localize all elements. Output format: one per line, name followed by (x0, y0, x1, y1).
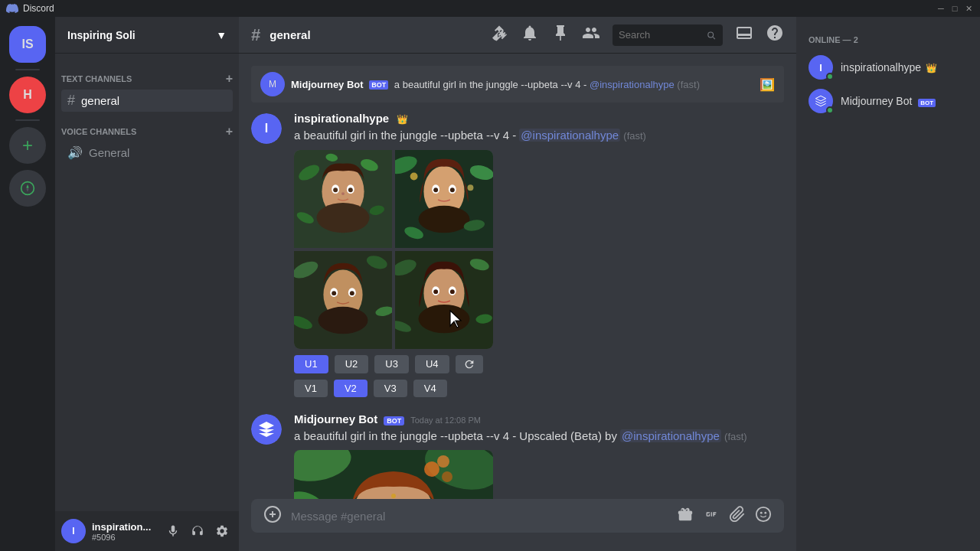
server-sidebar: IS H + (0, 17, 55, 551)
msg-mention-1[interactable]: @inspirationalhype (519, 129, 620, 142)
minimize-button[interactable]: ─ (936, 3, 946, 14)
svg-point-28 (410, 172, 418, 180)
grid-image-4[interactable] (395, 251, 493, 349)
add-person-icon[interactable]: 👤 (201, 95, 214, 107)
msg-author-1[interactable]: inspirationalhype (294, 112, 389, 125)
server-header[interactable]: Inspiring Soli ▼ (55, 17, 239, 54)
online-members-category: ONLINE — 2 (802, 29, 974, 47)
mute-button[interactable] (162, 520, 184, 542)
voice-channels-label: VOICE CHANNELS (61, 127, 136, 136)
channel-sidebar: Inspiring Soli ▼ TEXT CHANNELS + # gener… (55, 17, 239, 551)
member-status-online-1 (826, 73, 834, 80)
titlebar-left: Discord (6, 2, 54, 15)
server-icon-H[interactable]: H (9, 77, 46, 113)
headphones-icon (191, 524, 204, 538)
svg-point-5 (317, 203, 370, 233)
svg-point-59 (424, 461, 439, 477)
help-icon[interactable] (766, 24, 784, 46)
v3-button[interactable]: V3 (374, 380, 407, 397)
thread-icon[interactable] (490, 24, 508, 46)
msg-mention-2[interactable]: @inspirationalhype (620, 429, 721, 442)
emoji-icon[interactable] (755, 506, 772, 527)
member-avatar-2 (808, 89, 833, 113)
explore-button[interactable] (9, 170, 46, 207)
grid-image-3[interactable] (294, 251, 392, 349)
member-item-inspirationalhype[interactable]: I inspirationalhype 👑 (802, 51, 974, 84)
members-sidebar: ONLINE — 2 I inspirationalhype 👑 Midjour… (796, 17, 980, 551)
u4-button[interactable]: U4 (415, 355, 449, 373)
u1-button[interactable]: U1 (294, 355, 328, 373)
v1-button[interactable]: V1 (294, 380, 328, 397)
msg-content-1: inspirationalhype 👑 a beautiful girl in … (294, 112, 784, 397)
maximize-button[interactable]: □ (949, 3, 960, 14)
msg-header-1: inspirationalhype 👑 (294, 112, 784, 125)
settings-button[interactable] (211, 520, 233, 542)
gif-icon[interactable] (703, 506, 720, 527)
microphone-icon (166, 524, 180, 538)
notification-tag: (fast) (677, 79, 700, 90)
v2-button[interactable]: V2 (334, 380, 368, 397)
grid-image-1[interactable] (294, 150, 392, 248)
msg-author-2[interactable]: Midjourney Bot (294, 412, 377, 425)
user-area: I inspiration... #5096 (55, 511, 239, 551)
close-button[interactable]: ✕ (963, 3, 974, 14)
settings-icon[interactable]: ⚙ (217, 95, 227, 107)
user-avatar: I (61, 519, 86, 543)
message-input-area (239, 499, 796, 551)
svg-point-48 (450, 289, 455, 294)
midjourney-avatar-icon (257, 420, 276, 439)
refresh-button[interactable] (456, 355, 483, 373)
svg-point-79 (764, 511, 766, 514)
svg-point-61 (442, 471, 452, 482)
u3-button[interactable]: U3 (374, 355, 409, 373)
grid-image-2[interactable] (395, 150, 493, 248)
msg-header-2: Midjourney Bot BOT Today at 12:08 PM (294, 412, 784, 425)
main-content: # general (239, 17, 796, 551)
text-channels-category[interactable]: TEXT CHANNELS + (55, 60, 239, 89)
image-grid[interactable] (294, 150, 493, 349)
msg-avatar-1: I (251, 113, 282, 144)
voice-channel-general[interactable]: 🔊 General (61, 142, 233, 163)
msg-tag-2: (fast) (724, 431, 747, 442)
gift-icon[interactable] (677, 506, 694, 527)
image-icon: 🖼️ (760, 77, 775, 92)
discord-logo-icon (6, 2, 18, 15)
image-grid-wrapper (294, 144, 493, 349)
server-icon-IS[interactable]: IS (9, 26, 46, 63)
v4-button[interactable]: V4 (413, 380, 447, 397)
svg-point-29 (468, 184, 474, 191)
notification-avatar: M (260, 72, 285, 96)
message-group-1: I inspirationalhype 👑 a beautiful girl i… (239, 109, 796, 400)
search-input[interactable] (619, 29, 701, 41)
notification-icon[interactable] (521, 24, 539, 46)
deafen-button[interactable] (187, 520, 208, 542)
add-voice-channel-icon[interactable]: + (226, 125, 233, 139)
refresh-icon (463, 358, 475, 370)
channel-item-general[interactable]: # general 👤 ⚙ (61, 90, 233, 112)
inbox-icon[interactable] (735, 24, 753, 46)
msg-text-1: a beautiful girl in the junggle --upbeta… (294, 128, 784, 144)
message-group-2: Midjourney Bot BOT Today at 12:08 PM a b… (239, 409, 796, 499)
message-text-input[interactable] (291, 502, 668, 530)
u2-button[interactable]: U2 (335, 355, 369, 373)
member-item-midjourney-bot[interactable]: Midjourney Bot BOT (802, 84, 974, 118)
member-crown-icon: 👑 (926, 63, 937, 73)
svg-point-18 (419, 205, 470, 232)
search-bar[interactable] (612, 24, 723, 46)
pin-icon[interactable] (551, 24, 570, 46)
single-image[interactable] (294, 450, 493, 499)
server-divider (15, 69, 40, 70)
members-icon[interactable] (582, 24, 600, 46)
add-server-button[interactable]: + (9, 127, 46, 164)
voice-channels-category[interactable]: VOICE CHANNELS + (55, 112, 239, 142)
add-channel-icon[interactable]: + (226, 72, 233, 86)
add-attachment-button[interactable] (263, 505, 282, 527)
notification-bar[interactable]: M Midjourney Bot BOT a beautiful girl in… (251, 66, 784, 103)
titlebar-controls[interactable]: ─ □ ✕ (936, 3, 974, 14)
crown-icon: 👑 (397, 114, 408, 125)
server-name: Inspiring Soli (67, 29, 136, 41)
messages-area: M Midjourney Bot BOT a beautiful girl in… (239, 54, 796, 499)
attachment-icon[interactable] (729, 506, 746, 527)
msg-text-2: a beautiful girl in the junggle --upbeta… (294, 429, 784, 445)
server-divider-2 (15, 119, 40, 121)
